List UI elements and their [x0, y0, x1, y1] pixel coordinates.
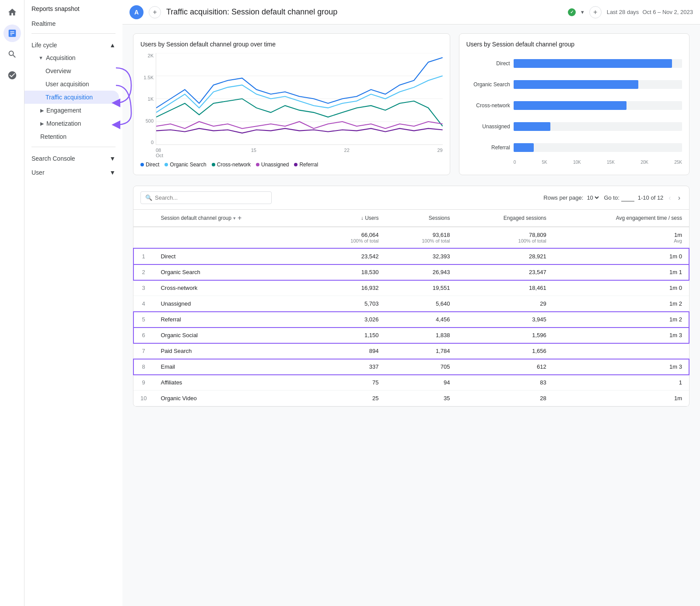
engagement-item[interactable]: ▶ Engagement	[24, 104, 122, 117]
sessions-cell: 5,640	[386, 296, 457, 312]
rank-cell: 8	[133, 359, 154, 375]
table-row: 6 Organic Social 1,150 1,838 1,596 1m 3	[133, 328, 689, 343]
users-cell: 75	[315, 375, 386, 391]
lifecycle-label: Life cycle	[32, 42, 57, 49]
settings-icon[interactable]	[4, 67, 21, 84]
x-tick-25k: 25K	[674, 160, 682, 165]
bar-row-direct: Direct	[466, 59, 682, 68]
bar-chart-title: Users by Session default channel group	[466, 41, 682, 48]
add-col-button[interactable]: +	[238, 214, 242, 222]
home-icon[interactable]	[4, 4, 21, 21]
sessions-cell: 35	[386, 391, 457, 406]
goto-input[interactable]: 1	[621, 194, 634, 201]
bar-x-axis: 0 5K 10K 15K 20K 25K	[514, 160, 682, 165]
x-tick-5k: 5K	[542, 160, 547, 165]
total-sessions-cell: 93,618 100% of total	[386, 227, 457, 248]
sessions-col-header[interactable]: Sessions	[386, 210, 457, 227]
legend-label-unassigned: Unassigned	[261, 162, 289, 168]
avg-time-cell: 1	[553, 375, 689, 391]
bar-label-direct: Direct	[466, 60, 510, 67]
search-box[interactable]: 🔍	[140, 191, 272, 204]
bar-row-organic-search: Organic Search	[466, 80, 682, 89]
users-cell: 3,026	[315, 312, 386, 328]
acquisition-label: Acquisition	[46, 54, 76, 61]
traffic-acquisition-item[interactable]: Traffic acquisition	[24, 91, 119, 104]
avg-time-cell: 1m 1	[553, 264, 689, 280]
user-acquisition-item[interactable]: User acquisition	[24, 78, 122, 91]
status-dot	[568, 8, 576, 16]
user-chevron: ▼	[109, 169, 116, 176]
legend-unassigned: Unassigned	[256, 162, 289, 168]
avg-time-col-header[interactable]: Avg engagement time / sess	[553, 210, 689, 227]
rows-per-page-select[interactable]: 10 25 50	[585, 194, 600, 201]
rank-cell: 6	[133, 328, 154, 343]
channel-cell: Unassigned	[154, 296, 314, 312]
bar-label-unassigned: Unassigned	[466, 123, 510, 130]
x-label-15: 15	[251, 148, 256, 158]
legend-dot-organic-search	[164, 163, 168, 166]
line-chart-title: Users by Session default channel group o…	[140, 41, 443, 48]
users-label: Users	[365, 215, 378, 221]
lifecycle-header[interactable]: Life cycle ▲	[24, 37, 122, 51]
sessions-cell: 705	[386, 359, 457, 375]
topbar-actions: Last 28 days Oct 6 – Nov 2, 2023	[607, 9, 693, 15]
next-page-button[interactable]: ›	[676, 192, 682, 204]
chevron-down-icon[interactable]: ▾	[581, 9, 584, 15]
bar-chart-card: Users by Session default channel group D…	[459, 33, 690, 175]
legend-dot-direct	[140, 163, 144, 166]
overview-item[interactable]: Overview	[24, 64, 122, 78]
table-header-row: Session default channel group ▾ + ↓ User…	[133, 210, 689, 227]
search-console-header[interactable]: Search Console ▼	[24, 151, 122, 165]
realtime-link[interactable]: Realtime	[24, 18, 122, 30]
engaged-col-header[interactable]: Engaged sessions	[457, 210, 553, 227]
table-row: 3 Cross-network 16,932 19,551 18,461 1m …	[133, 280, 689, 296]
analytics-icon[interactable]	[4, 25, 21, 42]
channel-cell: Email	[154, 359, 314, 375]
engaged-cell: 83	[457, 375, 553, 391]
reports-snapshot-link[interactable]: Reports snapshot	[24, 0, 122, 18]
total-engaged-cell: 78,809 100% of total	[457, 227, 553, 248]
acquisition-item[interactable]: ▼ Acquisition	[24, 51, 122, 64]
avg-time-cell: 1m 2	[553, 312, 689, 328]
prev-page-button[interactable]: ‹	[667, 192, 672, 204]
monetization-expand-icon: ▶	[40, 121, 44, 127]
table-row: 7 Paid Search 894 1,784 1,656	[133, 343, 689, 359]
page-title: Traffic acquisition: Session default cha…	[166, 7, 563, 17]
rank-cell: 7	[133, 343, 154, 359]
goto-label: Go to:	[604, 194, 619, 201]
add-view-button[interactable]: +	[589, 6, 602, 18]
monetization-item[interactable]: ▶ Monetization	[24, 117, 122, 130]
line-chart-svg	[156, 53, 443, 144]
total-avg-value: 1m	[674, 232, 682, 238]
search-icon[interactable]	[4, 46, 21, 63]
users-col-header[interactable]: ↓ Users	[315, 210, 386, 227]
bar-fill-cross-network	[514, 101, 626, 110]
sessions-cell: 19,551	[386, 280, 457, 296]
user-header[interactable]: User ▼	[24, 165, 122, 179]
x-tick-0: 0	[514, 160, 516, 165]
legend-dot-unassigned	[256, 163, 259, 166]
engagement-label: Engagement	[46, 107, 81, 114]
rank-cell: 4	[133, 296, 154, 312]
y-axis-labels: 2K 1.5K 1K 500 0	[140, 53, 154, 145]
overview-label: Overview	[46, 67, 71, 74]
table-section: 🔍 Rows per page: 10 25 50 Go to:	[133, 186, 690, 407]
bar-row-referral: Referral	[466, 143, 682, 152]
x-label-oct8: 08Oct	[156, 148, 163, 158]
users-cell: 894	[315, 343, 386, 359]
y-label-2k: 2K	[140, 53, 154, 58]
total-rank-cell	[133, 227, 154, 248]
bar-label-referral: Referral	[466, 144, 510, 151]
total-sessions-value: 93,618	[433, 232, 450, 238]
avg-time-cell: 1m 2	[553, 296, 689, 312]
topbar: A + Traffic acquisition: Session default…	[122, 0, 700, 25]
dimension-col-header[interactable]: Session default channel group ▾ +	[154, 210, 314, 227]
legend-label-direct: Direct	[146, 162, 159, 168]
table-row: 9 Affiliates 75 94 83 1	[133, 375, 689, 391]
search-input[interactable]	[155, 194, 267, 201]
retention-label: Retention	[40, 133, 66, 140]
dimension-filter-icon[interactable]: ▾	[233, 215, 236, 221]
nav-rail: Reports snapshot Realtime Life cycle ▲ ▼…	[24, 0, 122, 606]
add-tab-button[interactable]: +	[149, 6, 161, 18]
retention-item[interactable]: Retention	[24, 130, 122, 143]
